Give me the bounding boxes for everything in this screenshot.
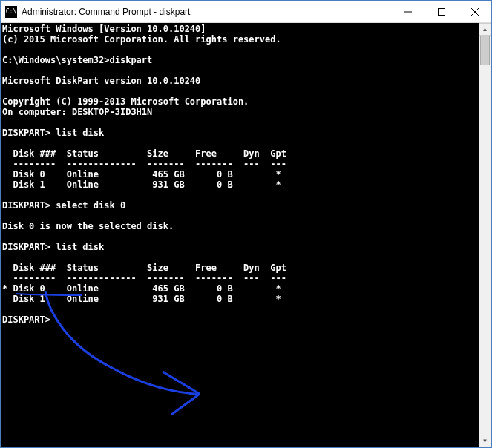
svg-rect-1 xyxy=(438,8,445,15)
minimize-button[interactable] xyxy=(391,1,424,22)
window-frame: C:\ Administrator: Command Prompt - disk… xyxy=(0,0,492,448)
console-output[interactable]: Microsoft Windows [Version 10.0.10240] (… xyxy=(1,23,479,447)
scroll-up-button[interactable]: ▲ xyxy=(479,23,491,36)
app-icon: C:\ xyxy=(5,6,17,18)
close-icon xyxy=(471,8,479,16)
titlebar[interactable]: C:\ Administrator: Command Prompt - disk… xyxy=(1,1,491,23)
window-buttons xyxy=(391,1,491,22)
scroll-thumb[interactable] xyxy=(480,36,490,65)
vertical-scrollbar[interactable]: ▲ ▼ xyxy=(479,23,491,447)
console-wrap: Microsoft Windows [Version 10.0.10240] (… xyxy=(1,23,491,447)
maximize-icon xyxy=(438,8,445,16)
scroll-track[interactable] xyxy=(479,36,491,435)
maximize-button[interactable] xyxy=(424,1,458,22)
minimize-icon xyxy=(404,8,412,16)
window-title: Administrator: Command Prompt - diskpart xyxy=(22,7,391,17)
close-button[interactable] xyxy=(458,1,491,22)
scroll-down-button[interactable]: ▼ xyxy=(479,435,491,447)
